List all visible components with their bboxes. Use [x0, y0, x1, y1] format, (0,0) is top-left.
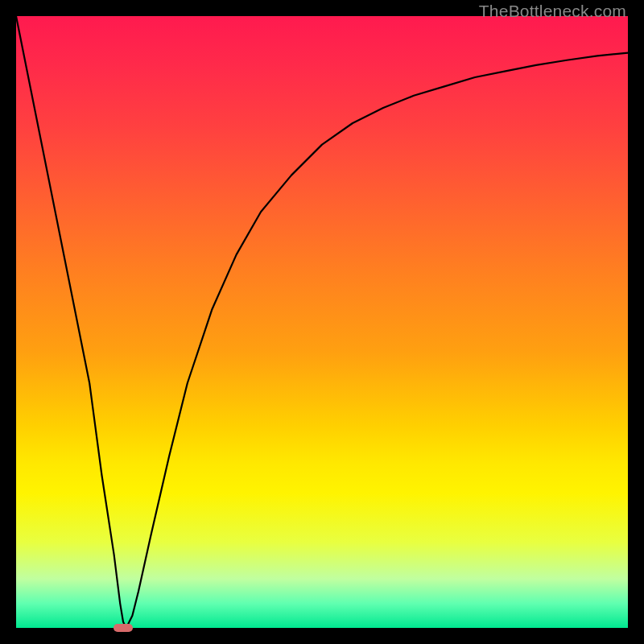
plot-area: [16, 16, 628, 628]
curve-layer: [16, 16, 628, 628]
bottleneck-curve: [16, 16, 628, 628]
chart-container: TheBottleneck.com: [0, 0, 644, 644]
minimum-marker: [114, 624, 133, 631]
watermark-text: TheBottleneck.com: [479, 2, 626, 21]
